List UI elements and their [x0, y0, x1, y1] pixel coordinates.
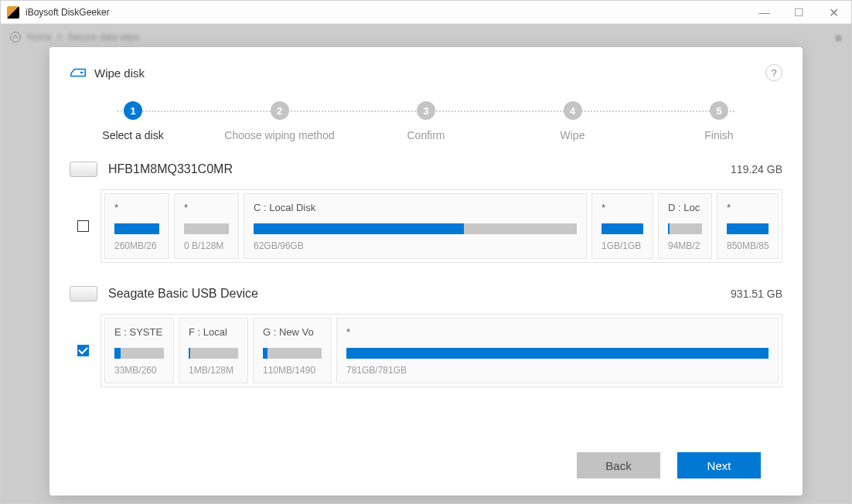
svg-rect-0 [80, 72, 83, 73]
partition-caption: 1MB/128M [189, 365, 238, 376]
partition-bar [189, 348, 238, 359]
disk-size: 119.24 GB [731, 163, 782, 175]
home-icon [10, 32, 21, 43]
partition-strip: E : SYSTE33MB/260F : Local1MB/128MG : Ne… [101, 314, 782, 387]
drive-icon [70, 286, 97, 301]
partition-caption: 850MB/85 [727, 240, 769, 252]
partition-title: * [114, 202, 159, 216]
partition-title: F : Local [189, 326, 238, 340]
partition-bar [668, 223, 702, 234]
disk-list: HFB1M8MQ331C0MR119.24 GB*260MB/26*0 B/12… [70, 162, 782, 449]
disk-checkbox-cell [70, 189, 96, 263]
disk-block: Seagate Basic USB Device931.51 GBE : SYS… [70, 286, 782, 387]
partition[interactable]: *260MB/26 [104, 193, 169, 259]
title-bar: iBoysoft DiskGeeker — ☐ ✕ [1, 1, 851, 24]
partition-title: * [602, 202, 643, 216]
partition-strip: *260MB/26*0 B/128MC : Local Disk62GB/96G… [101, 189, 782, 263]
partition-caption: 33MB/260 [114, 365, 164, 376]
partition-bar [346, 348, 769, 359]
disk-header: HFB1M8MQ331C0MR119.24 GB [70, 162, 782, 177]
disk-checkbox-cell [70, 314, 96, 387]
partition[interactable]: *850MB/85 [717, 193, 779, 259]
step-5[interactable]: 5Finish [673, 101, 765, 141]
app-icon [7, 6, 19, 19]
partition-bar [184, 223, 229, 234]
dialog-footer: Back Next [70, 449, 782, 483]
step-circle: 1 [124, 101, 142, 120]
close-button[interactable]: ✕ [816, 1, 851, 24]
step-circle: 2 [271, 101, 289, 120]
partition-bar [114, 348, 164, 359]
step-4[interactable]: 4Wipe [527, 101, 619, 141]
step-circle: 5 [710, 101, 728, 120]
partition-caption: 62GB/96GB [254, 240, 577, 252]
window-controls: — ☐ ✕ [747, 1, 851, 24]
partition-title: * [727, 202, 769, 216]
step-label: Confirm [407, 129, 445, 141]
disk-row: E : SYSTE33MB/260F : Local1MB/128MG : Ne… [70, 314, 782, 387]
partition-bar [263, 348, 322, 359]
partition[interactable]: *781GB/781GB [336, 318, 779, 383]
partition-caption: 260MB/26 [114, 240, 159, 252]
disk-name: HFB1M8MQ331C0MR [108, 162, 233, 176]
back-button[interactable]: Back [577, 452, 660, 478]
backdrop-area: Home > Secure data wipe ≡ Wipe disk ? 1S… [1, 24, 851, 503]
partition[interactable]: C : Local Disk62GB/96GB [244, 193, 587, 259]
step-label: Wipe [561, 129, 585, 141]
wipe-disk-icon [70, 66, 87, 79]
step-label: Finish [704, 129, 733, 141]
step-circle: 4 [564, 101, 582, 120]
partition-caption: 1GB/1GB [602, 240, 643, 252]
partition-title: * [184, 202, 229, 216]
stepper: 1Select a disk2Choose wiping method3Conf… [87, 101, 765, 141]
partition[interactable]: D : Loc94MB/2 [658, 193, 712, 259]
breadcrumb-text: Home > Secure data wipe [27, 32, 139, 43]
dialog-title: Wipe disk [94, 66, 145, 80]
partition-caption: 110MB/1490 [263, 365, 322, 376]
disk-checkbox[interactable] [77, 220, 89, 232]
partition-caption: 781GB/781GB [346, 365, 769, 376]
partition-bar [727, 223, 769, 234]
partition[interactable]: *0 B/128M [174, 193, 239, 259]
step-label: Select a disk [102, 129, 163, 141]
partition[interactable]: E : SYSTE33MB/260 [104, 318, 174, 383]
partition-title: E : SYSTE [114, 326, 164, 340]
maximize-button[interactable]: ☐ [782, 1, 816, 24]
disk-header: Seagate Basic USB Device931.51 GB [70, 286, 782, 301]
partition-caption: 94MB/2 [668, 240, 702, 252]
drive-icon [70, 162, 97, 177]
app-window[interactable]: iBoysoft DiskGeeker — ☐ ✕ Home > Secure … [0, 0, 852, 504]
partition[interactable]: F : Local1MB/128M [179, 318, 248, 383]
step-3[interactable]: 3Confirm [380, 101, 472, 141]
partition-caption: 0 B/128M [184, 240, 229, 252]
partition[interactable]: G : New Vo110MB/1490 [253, 318, 332, 383]
disk-row: *260MB/26*0 B/128MC : Local Disk62GB/96G… [70, 189, 782, 263]
step-label: Choose wiping method [224, 129, 334, 141]
next-button[interactable]: Next [677, 452, 761, 478]
step-1[interactable]: 1Select a disk [87, 101, 179, 141]
backdrop-breadcrumb: Home > Secure data wipe ≡ [1, 24, 851, 50]
menu-icon: ≡ [835, 32, 842, 46]
step-2[interactable]: 2Choose wiping method [233, 101, 326, 141]
dialog-header: Wipe disk ? [70, 64, 782, 81]
partition-bar [602, 223, 643, 234]
minimize-button[interactable]: — [747, 1, 782, 24]
disk-checkbox[interactable] [77, 345, 89, 356]
step-circle: 3 [417, 101, 435, 120]
partition[interactable]: *1GB/1GB [591, 193, 653, 259]
partition-title: * [346, 326, 769, 340]
help-button[interactable]: ? [765, 64, 782, 81]
partition-title: G : New Vo [263, 326, 322, 340]
wipe-disk-dialog: Wipe disk ? 1Select a disk2Choose wiping… [49, 47, 803, 495]
partition-bar [114, 223, 159, 234]
app-title: iBoysoft DiskGeeker [26, 7, 110, 18]
partition-title: C : Local Disk [254, 202, 577, 216]
disk-block: HFB1M8MQ331C0MR119.24 GB*260MB/26*0 B/12… [70, 162, 782, 263]
partition-title: D : Loc [668, 202, 702, 216]
partition-bar [254, 223, 577, 234]
disk-size: 931.51 GB [731, 288, 782, 300]
disk-name: Seagate Basic USB Device [108, 287, 258, 301]
